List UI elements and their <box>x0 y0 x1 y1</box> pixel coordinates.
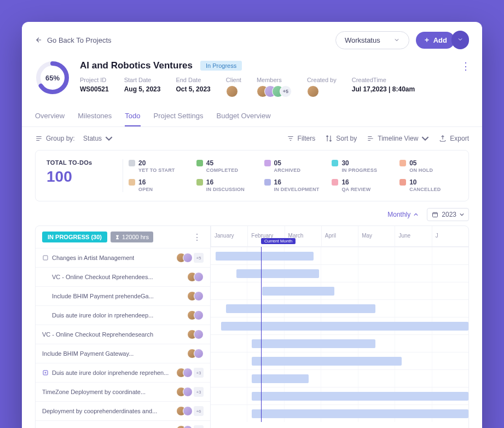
gantt-bar[interactable] <box>262 287 334 296</box>
avatar <box>194 272 204 282</box>
month-header: January <box>211 226 247 246</box>
timeline-controls: Monthly 2023 <box>22 208 482 225</box>
gantt-row <box>211 317 468 334</box>
task-row[interactable]: Duis aute irure dolor inprehende reprehe… <box>36 363 210 382</box>
add-dropdown-button[interactable] <box>451 31 469 49</box>
task-name: TimeZone Deployment by coordinate... <box>42 389 146 395</box>
gantt-bar[interactable] <box>226 304 375 313</box>
stat-color-icon <box>196 179 203 186</box>
stat-item[interactable]: 05ARCHIVED <box>264 159 322 173</box>
stat-color-icon <box>399 160 406 166</box>
members-avatars[interactable]: +5 <box>257 85 292 97</box>
task-name: Changes in Artist Management <box>52 255 134 261</box>
filters-button[interactable]: Filters <box>287 135 316 142</box>
month-header: May <box>358 226 395 246</box>
task-row[interactable]: Deployment by cooprehenderdinates and...… <box>36 401 210 420</box>
gantt-bar[interactable] <box>252 339 375 348</box>
stat-color-icon <box>332 160 338 166</box>
stat-item[interactable]: 10CANCELLED <box>399 178 457 192</box>
gantt-bar[interactable] <box>221 322 468 331</box>
gantt-timeline[interactable]: Current Month JanuaryFebruaryMarchAprilM… <box>211 226 468 428</box>
group-by-control[interactable]: Group by: Status <box>35 135 113 142</box>
project-info: AI and Robotics Ventures In Progress Pro… <box>80 60 469 97</box>
stat-item[interactable]: 16OPEN <box>129 178 187 192</box>
month-header: April <box>321 226 358 246</box>
task-avatars <box>187 310 204 320</box>
tab-project-settings[interactable]: Project Settings <box>154 106 204 126</box>
timeline-icon <box>367 135 374 142</box>
gantt-row <box>211 334 468 352</box>
view-select[interactable]: Timeline View <box>367 135 429 142</box>
add-button-group: Add <box>416 31 469 49</box>
task-row[interactable]: Include BHIM Payment Gatewprehendeay...+… <box>36 420 210 428</box>
gantt-bar[interactable] <box>252 374 309 383</box>
task-row[interactable]: Include BHIM Payment Gateway... <box>36 344 210 363</box>
monthly-select[interactable]: Monthly <box>387 211 418 218</box>
task-row[interactable]: VC - Online Checkout Rprehendees... <box>36 267 210 286</box>
avatar <box>183 253 193 263</box>
gantt-bar[interactable] <box>216 252 314 261</box>
workstatus-select[interactable]: Workstatus <box>335 31 409 49</box>
stat-color-icon <box>399 179 406 186</box>
year-select[interactable]: 2023 <box>427 208 469 221</box>
group-chip[interactable]: IN PROGRESS (30) <box>42 232 107 242</box>
task-name: VC - Online Checkout Reprehendesearch <box>42 331 153 338</box>
arrow-left-icon <box>35 36 43 44</box>
gantt-row <box>211 387 468 404</box>
workstatus-label: Workstatus <box>345 36 380 44</box>
gantt-row <box>211 247 468 264</box>
caret-up-icon <box>414 212 418 217</box>
stat-item[interactable]: 20YET TO START <box>129 159 187 173</box>
gantt-row <box>211 352 468 369</box>
stat-item[interactable]: 30IN PROGRESS <box>332 159 390 173</box>
tab-budget-overview[interactable]: Budget Overview <box>217 106 271 126</box>
stat-item[interactable]: 16QA REVIEW <box>332 178 390 192</box>
avatar <box>194 329 204 339</box>
add-button[interactable]: Add <box>416 32 455 49</box>
gantt-bar[interactable] <box>252 409 468 418</box>
task-row[interactable]: VC - Online Checkout Reprehendesearch <box>36 325 210 344</box>
stat-item[interactable]: 05ON HOLD <box>399 159 457 173</box>
task-row[interactable]: Include BHIM Payment prehendeGa... <box>36 286 210 305</box>
task-avatars: +3 <box>176 368 204 378</box>
avatar <box>194 310 204 320</box>
task-row[interactable]: Changes in Artist Management+5 <box>36 248 210 267</box>
project-header: 65% AI and Robotics Ventures In Progress… <box>22 54 482 106</box>
tab-overview[interactable]: Overview <box>35 106 65 126</box>
gantt-bar[interactable] <box>236 269 319 278</box>
task-row[interactable]: Duis aute irure dolor in rprehendeep... <box>36 305 210 325</box>
gantt-bar[interactable] <box>252 392 468 401</box>
stat-item[interactable]: 16IN DEVELOPMENT <box>264 178 322 192</box>
current-date-line <box>261 247 262 422</box>
task-avatars <box>187 329 204 339</box>
topbar: Go Back To Projects Workstatus Add <box>22 22 482 54</box>
header-kebab-menu[interactable]: ⋮ <box>461 60 471 72</box>
sort-button[interactable]: Sort by <box>325 135 357 142</box>
task-name: Deployment by cooprehenderdinates and... <box>42 408 157 414</box>
stat-item[interactable]: 45COMPLETED <box>196 159 254 173</box>
stats-total: TOTAL TO-DOs 100 <box>47 159 123 192</box>
gantt: IN PROGRESS (30) 12000 hrs ⋮ Changes in … <box>35 225 469 428</box>
task-avatars: +6 <box>176 406 204 416</box>
stats-card: TOTAL TO-DOs 100 20YET TO START45COMPLET… <box>35 150 469 201</box>
back-to-projects-link[interactable]: Go Back To Projects <box>35 36 112 44</box>
task-row[interactable]: TimeZone Deployment by coordinate...+3 <box>36 382 210 401</box>
filter-icon <box>287 135 294 142</box>
progress-percent: 65% <box>35 60 70 95</box>
tab-milestones[interactable]: Milestones <box>78 106 112 126</box>
month-header: June <box>395 226 431 246</box>
back-label: Go Back To Projects <box>47 36 112 44</box>
stat-item[interactable]: 16IN DISCUSSION <box>196 178 254 192</box>
task-name: Duis aute irure dolor inprehende reprehe… <box>52 369 169 376</box>
svg-rect-2 <box>433 213 438 217</box>
avatar <box>194 291 204 301</box>
export-button[interactable]: Export <box>439 135 469 142</box>
project-title: AI and Robotics Ventures <box>80 60 193 71</box>
gantt-row <box>211 282 468 299</box>
client-avatar <box>226 85 238 97</box>
tab-todo[interactable]: Todo <box>125 106 140 126</box>
stat-color-icon <box>129 160 135 166</box>
gantt-bar[interactable] <box>252 357 401 366</box>
group-kebab-menu[interactable]: ⋮ <box>190 232 204 242</box>
avatar-more: +6 <box>194 406 204 416</box>
